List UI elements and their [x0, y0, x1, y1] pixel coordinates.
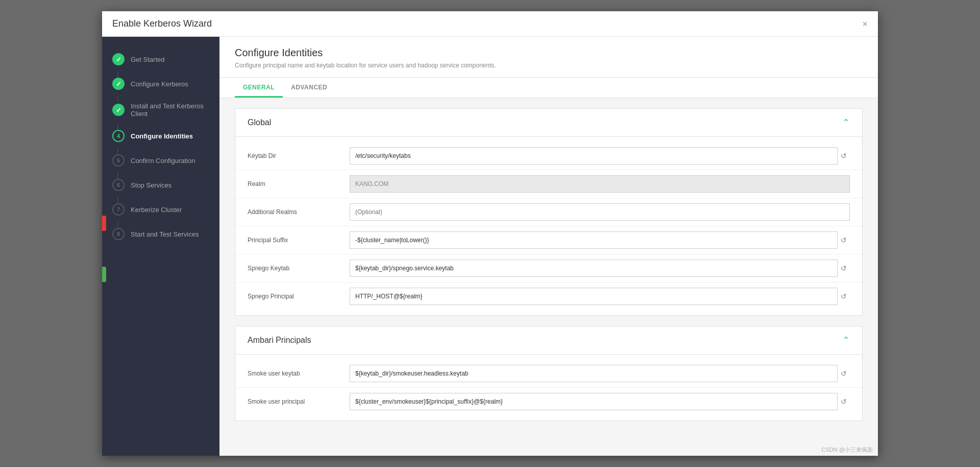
sidebar-item-label-5: Confirm Configuration: [131, 157, 195, 165]
tab-general[interactable]: GENERAL: [235, 78, 283, 98]
input-smoke-principal[interactable]: [350, 393, 838, 410]
form-row-spnego-principal: Spnego Principal ↺: [235, 283, 862, 310]
input-wrap-keytab-dir: ↺: [350, 147, 850, 165]
form-row-additional-realms: Additional Realms: [235, 198, 862, 226]
input-wrap-smoke-keytab: ↺: [350, 365, 850, 382]
step-5-indicator: 5: [112, 154, 125, 167]
side-tab-2: [102, 267, 106, 282]
form-row-smoke-keytab: Smoke user keytab ↺: [235, 360, 862, 388]
refresh-smoke-principal-button[interactable]: ↺: [838, 398, 850, 406]
form-row-spnego-keytab: Spnego Keytab ↺: [235, 254, 862, 283]
content-title: Configure Identities: [235, 47, 863, 59]
refresh-principal-suffix-button[interactable]: ↺: [838, 236, 850, 244]
form-row-realm: Realm: [235, 170, 862, 198]
sidebar-item-stop-services[interactable]: 6 Stop Services: [102, 173, 219, 197]
sidebar-item-get-started[interactable]: ✓ Get Started: [102, 47, 219, 72]
step-4-number: 4: [117, 133, 120, 139]
sidebar: ✓ Get Started ✓ Configure Kerberos ✓ Ins…: [102, 37, 219, 456]
step-1-indicator: ✓: [112, 53, 125, 65]
global-section-title: Global: [248, 118, 271, 127]
modal-title: Enable Kerberos Wizard: [112, 18, 212, 29]
sidebar-item-start-test-services[interactable]: 8 Start and Test Services: [102, 222, 219, 246]
checkmark-icon-1: ✓: [116, 56, 121, 63]
tab-advanced[interactable]: ADVANCED: [283, 78, 335, 98]
watermark: CSDN @小三来疯面: [822, 446, 873, 454]
tabs-bar: GENERAL ADVANCED: [219, 78, 878, 98]
step-7-number: 7: [117, 206, 120, 213]
label-realm: Realm: [248, 180, 350, 188]
input-wrap-spnego-principal: ↺: [350, 288, 850, 305]
step-3-indicator: ✓: [112, 104, 125, 116]
sidebar-item-label-6: Stop Services: [131, 181, 172, 189]
global-section-header: Global ⌃: [235, 109, 862, 137]
sidebar-item-install-test[interactable]: ✓ Install and Test Kerberos Client: [102, 96, 219, 124]
label-additional-realms: Additional Realms: [248, 208, 350, 216]
step-6-number: 6: [117, 182, 120, 188]
refresh-spnego-principal-button[interactable]: ↺: [838, 292, 850, 300]
label-spnego-keytab: Spnego Keytab: [248, 265, 350, 272]
step-8-indicator: 8: [112, 228, 125, 240]
ambari-principals-section-body: Smoke user keytab ↺ Smoke user principal: [235, 355, 862, 421]
ambari-principals-collapse-icon[interactable]: ⌃: [842, 335, 850, 346]
refresh-keytab-dir-button[interactable]: ↺: [838, 152, 850, 160]
form-row-smoke-principal: Smoke user principal ↺: [235, 388, 862, 415]
input-additional-realms[interactable]: [350, 203, 850, 221]
input-wrap-additional-realms: [350, 203, 850, 221]
refresh-smoke-keytab-button[interactable]: ↺: [838, 369, 850, 378]
refresh-spnego-keytab-button[interactable]: ↺: [838, 264, 850, 272]
checkmark-icon-3: ✓: [116, 106, 121, 114]
input-wrap-spnego-keytab: ↺: [350, 260, 850, 277]
content-subtitle: Configure principal name and keytab loca…: [235, 62, 863, 69]
step-7-indicator: 7: [112, 203, 125, 216]
side-tab-1: [102, 216, 106, 231]
step-6-indicator: 6: [112, 179, 125, 191]
input-wrap-smoke-principal: ↺: [350, 393, 850, 410]
content-body: Global ⌃ Keytab Dir ↺: [219, 98, 878, 456]
sidebar-item-label-2: Configure Kerberos: [131, 80, 188, 88]
sidebar-item-label-1: Get Started: [131, 56, 164, 63]
sidebar-item-configure-identities[interactable]: 4 Configure Identities: [102, 124, 219, 148]
step-2-indicator: ✓: [112, 78, 125, 90]
close-button[interactable]: ×: [862, 19, 868, 29]
input-realm: [350, 175, 850, 193]
modal-header: Enable Kerberos Wizard ×: [102, 11, 878, 37]
step-5-number: 5: [117, 157, 120, 164]
input-wrap-realm: [350, 175, 850, 193]
sidebar-item-label-7: Kerberize Cluster: [131, 206, 182, 214]
step-4-indicator: 4: [112, 130, 125, 142]
ambari-principals-section-header: Ambari Principals ⌃: [235, 326, 862, 355]
input-keytab-dir[interactable]: [350, 147, 838, 165]
sidebar-item-label-3: Install and Test Kerberos Client: [131, 102, 209, 118]
global-collapse-icon[interactable]: ⌃: [842, 117, 850, 128]
label-keytab-dir: Keytab Dir: [248, 152, 350, 159]
input-wrap-principal-suffix: ↺: [350, 231, 850, 249]
sidebar-item-confirm-configuration[interactable]: 5 Confirm Configuration: [102, 148, 219, 173]
label-spnego-principal: Spnego Principal: [248, 293, 350, 300]
step-8-number: 8: [117, 231, 120, 237]
global-section-body: Keytab Dir ↺ Realm: [235, 137, 862, 315]
ambari-principals-section: Ambari Principals ⌃ Smoke user keytab ↺: [235, 326, 863, 421]
ambari-principals-section-title: Ambari Principals: [248, 336, 311, 345]
checkmark-icon-2: ✓: [116, 80, 121, 88]
sidebar-item-configure-kerberos[interactable]: ✓ Configure Kerberos: [102, 72, 219, 96]
global-section: Global ⌃ Keytab Dir ↺: [235, 108, 863, 316]
sidebar-item-kerberize-cluster[interactable]: 7 Kerberize Cluster: [102, 197, 219, 222]
sidebar-item-label-4: Configure Identities: [131, 132, 193, 140]
form-row-principal-suffix: Principal Suffix ↺: [235, 226, 862, 254]
modal-body: ✓ Get Started ✓ Configure Kerberos ✓ Ins…: [102, 37, 878, 456]
input-smoke-keytab[interactable]: [350, 365, 838, 382]
modal-overlay: Enable Kerberos Wizard × ✓ Get Started ✓…: [102, 11, 878, 456]
content-header: Configure Identities Configure principal…: [219, 37, 878, 78]
form-row-keytab-dir: Keytab Dir ↺: [235, 142, 862, 170]
sidebar-item-label-8: Start and Test Services: [131, 230, 199, 238]
label-smoke-principal: Smoke user principal: [248, 398, 350, 405]
input-spnego-keytab[interactable]: [350, 260, 838, 277]
label-principal-suffix: Principal Suffix: [248, 237, 350, 244]
input-principal-suffix[interactable]: [350, 231, 838, 249]
main-content: Configure Identities Configure principal…: [219, 37, 878, 456]
input-spnego-principal[interactable]: [350, 288, 838, 305]
label-smoke-keytab: Smoke user keytab: [248, 370, 350, 377]
